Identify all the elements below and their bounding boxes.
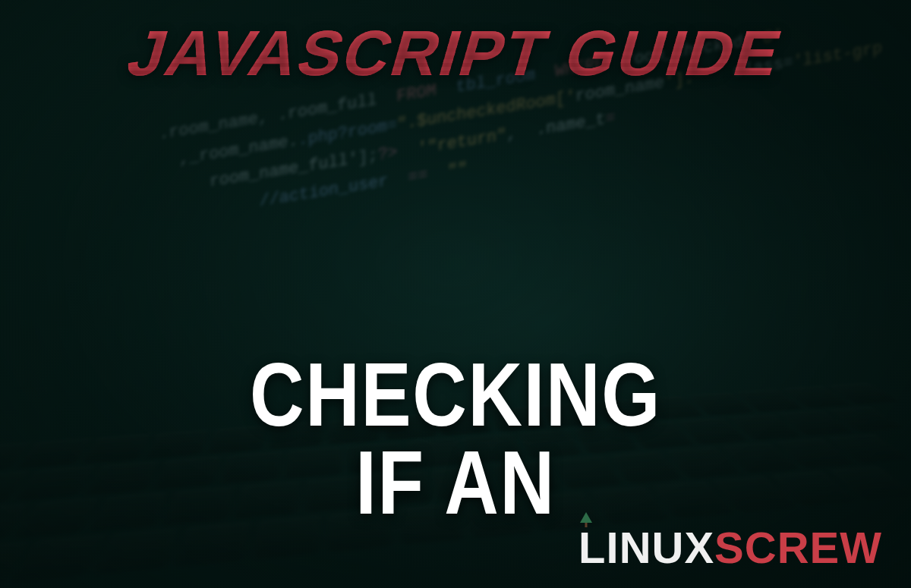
logo-text-inux: INUX xyxy=(607,526,715,570)
tree-icon xyxy=(580,512,592,527)
subtitle-line-1: CHECKING IF AN xyxy=(250,344,661,533)
logo-letter-l: L xyxy=(578,523,606,572)
title-text: JAVASCRIPT GUIDE xyxy=(121,21,790,85)
title-container: JAVASCRIPT GUIDE xyxy=(121,21,790,85)
linuxscrew-logo: L INUXSCREW xyxy=(578,526,882,570)
logo-text-screw: SCREW xyxy=(714,526,882,570)
